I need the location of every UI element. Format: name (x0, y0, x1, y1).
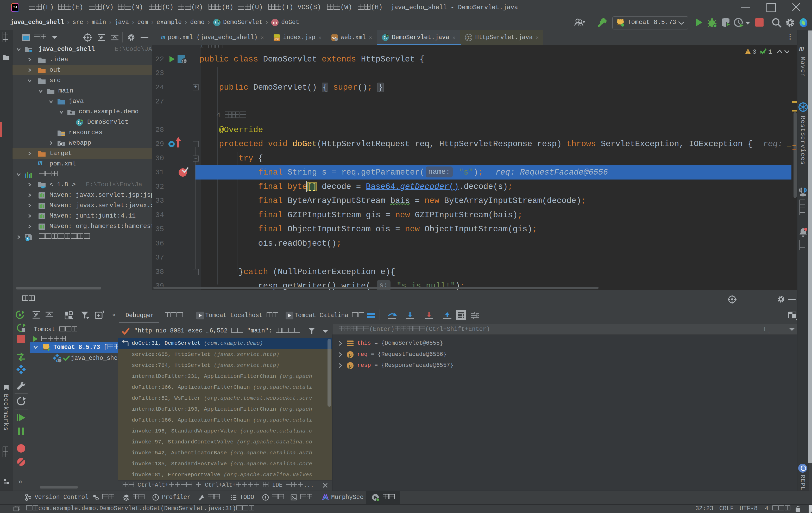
svg-text:p: p (349, 352, 352, 358)
svg-text:p: p (349, 363, 352, 369)
svg-text:1: 1 (768, 49, 772, 55)
svg-text:(C: (C (466, 35, 471, 40)
svg-text:3: 3 (753, 49, 756, 55)
svg-text:m: m (273, 20, 277, 25)
svg-text:JSP: JSP (274, 37, 280, 40)
